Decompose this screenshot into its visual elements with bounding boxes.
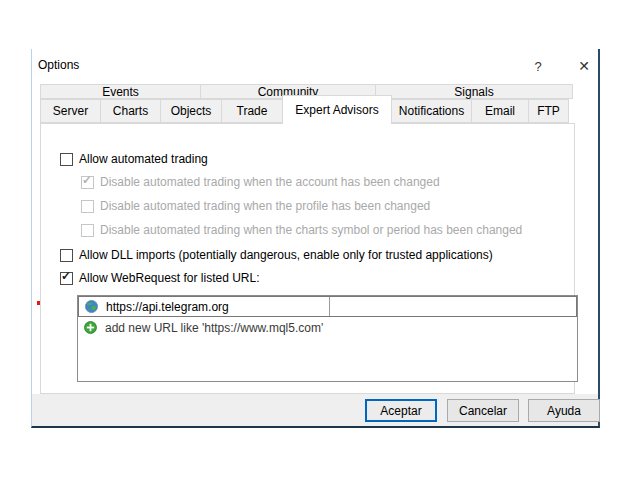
checkbox-label: Allow automated trading bbox=[79, 152, 208, 166]
add-icon bbox=[84, 321, 97, 334]
check-icon: ✓ bbox=[61, 270, 71, 283]
tab-expert-advisors[interactable]: Expert Advisors bbox=[282, 95, 392, 124]
button-strip: Aceptar Cancelar Ayuda bbox=[32, 394, 598, 426]
tab-notifications[interactable]: Notifications bbox=[391, 99, 472, 123]
tab-ftp[interactable]: FTP bbox=[528, 99, 569, 123]
checkbox-box[interactable]: ✓ bbox=[60, 272, 73, 285]
checkbox-disable-on-account-change: ✓ Disable automated trading when the acc… bbox=[81, 175, 440, 189]
tab-trade[interactable]: Trade bbox=[221, 99, 283, 123]
globe-icon bbox=[85, 300, 98, 313]
checkbox-box: ✓ bbox=[81, 176, 94, 189]
tab-signals[interactable]: Signals bbox=[375, 84, 573, 99]
checkbox-disable-on-profile-change: Disable automated trading when the profi… bbox=[81, 199, 430, 213]
tab-email[interactable]: Email bbox=[471, 99, 529, 123]
window-title: Options bbox=[38, 58, 79, 72]
checkbox-label: Disable automated trading when the accou… bbox=[100, 175, 440, 189]
titlebar[interactable]: Options ? ✕ bbox=[32, 49, 598, 84]
checkbox-box bbox=[81, 200, 94, 213]
column-divider bbox=[329, 297, 330, 316]
close-icon[interactable]: ✕ bbox=[571, 53, 597, 79]
add-url-text: add new URL like 'https://www.mql5.com' bbox=[105, 321, 323, 335]
checkbox-label: Allow DLL imports (potentially dangerous… bbox=[79, 248, 493, 262]
checkbox-label: Disable automated trading when the profi… bbox=[100, 199, 430, 213]
checkbox-disable-on-symbol-period-change: Disable automated trading when the chart… bbox=[81, 223, 522, 237]
checkbox-label: Disable automated trading when the chart… bbox=[100, 223, 522, 237]
checkbox-box[interactable] bbox=[60, 249, 73, 262]
checkbox-allow-webrequest[interactable]: ✓ Allow WebRequest for listed URL: bbox=[60, 271, 260, 285]
checkbox-allow-automated-trading[interactable]: Allow automated trading bbox=[60, 152, 208, 166]
tab-row-2: Server Charts Objects Trade Expert Advis… bbox=[40, 99, 575, 124]
help-icon[interactable]: ? bbox=[525, 53, 551, 79]
checkbox-box[interactable] bbox=[60, 153, 73, 166]
add-url-row[interactable]: add new URL like 'https://www.mql5.com' bbox=[78, 317, 577, 338]
help-button[interactable]: Ayuda bbox=[528, 399, 600, 422]
tab-server[interactable]: Server bbox=[40, 99, 101, 123]
checkbox-label: Allow WebRequest for listed URL: bbox=[79, 271, 260, 285]
webrequest-url-list[interactable]: https://api.telegram.org add new URL lik… bbox=[77, 295, 578, 382]
check-icon: ✓ bbox=[82, 174, 92, 187]
checkbox-box bbox=[81, 224, 94, 237]
accept-button[interactable]: Aceptar bbox=[365, 399, 437, 422]
options-dialog: Options ? ✕ Events Community Signals Ser… bbox=[31, 49, 600, 428]
desktop-canvas: Options ? ✕ Events Community Signals Ser… bbox=[0, 0, 640, 480]
tab-objects[interactable]: Objects bbox=[160, 99, 222, 123]
tab-strip: Events Community Signals Server Charts O… bbox=[40, 84, 575, 124]
url-text: https://api.telegram.org bbox=[106, 300, 229, 314]
cancel-button[interactable]: Cancelar bbox=[447, 399, 519, 422]
url-list-item[interactable]: https://api.telegram.org bbox=[78, 296, 577, 317]
tab-events[interactable]: Events bbox=[40, 84, 201, 99]
expert-advisors-page: Allow automated trading ✓ Disable automa… bbox=[40, 123, 575, 394]
checkbox-allow-dll-imports[interactable]: Allow DLL imports (potentially dangerous… bbox=[60, 248, 493, 262]
tab-charts[interactable]: Charts bbox=[100, 99, 161, 123]
